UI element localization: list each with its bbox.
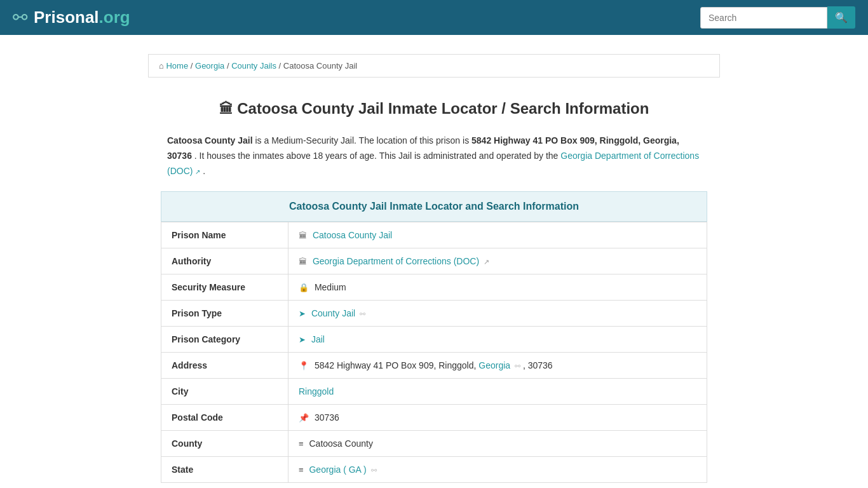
logo-text: Prisonal.org — [34, 8, 130, 27]
main-content: ⌂ Home / Georgia / County Jails / Catoos… — [148, 54, 720, 483]
breadcrumb: ⌂ Home / Georgia / County Jails / Catoos… — [148, 54, 720, 78]
table-value: ≡ Georgia ( GA ) ⚯ — [288, 457, 707, 483]
search-input[interactable] — [700, 7, 827, 29]
county-icon: ≡ — [299, 439, 304, 449]
prison-category-link[interactable]: Jail — [311, 334, 325, 344]
table-row: Prison Type ➤ County Jail ⚯ — [161, 301, 707, 327]
description: Catoosa County Jail is a Medium-Security… — [148, 124, 720, 191]
external-link-icon: ↗ — [195, 168, 200, 175]
table-label: Address — [161, 353, 288, 379]
description-jail-name: Catoosa County Jail — [167, 135, 253, 146]
prison-name-icon: 🏛 — [299, 231, 307, 240]
table-label: Prison Category — [161, 327, 288, 353]
breadcrumb-sep1: / — [191, 61, 195, 71]
security-icon: 🔒 — [299, 283, 309, 292]
table-row: City Ringgold — [161, 379, 707, 405]
search-icon: 🔍 — [835, 12, 848, 23]
description-text3: . — [203, 166, 205, 176]
logo-dot: . — [99, 8, 104, 27]
description-text2: . It houses the inmates above 18 years o… — [194, 151, 560, 161]
table-value: 🔒 Medium — [288, 274, 707, 301]
page-title: 🏛 Catoosa County Jail Inmate Locator / S… — [167, 100, 701, 118]
page-title-section: 🏛 Catoosa County Jail Inmate Locator / S… — [148, 87, 720, 124]
table-label: Authority — [161, 248, 288, 274]
postal-value: 30736 — [315, 412, 339, 423]
breadcrumb-county-jails[interactable]: County Jails — [231, 61, 276, 71]
address-text1: 5842 Highway 41 PO Box 909, Ringgold, — [315, 360, 478, 370]
breadcrumb-sep3: / — [279, 61, 283, 71]
table-row: State ≡ Georgia ( GA ) ⚯ — [161, 457, 707, 483]
table-value: ≡ Catoosa County — [288, 431, 707, 457]
table-row: Address 📍 5842 Highway 41 PO Box 909, Ri… — [161, 353, 707, 379]
table-row: Prison Name 🏛 Catoosa County Jail — [161, 222, 707, 248]
table-label: County — [161, 431, 288, 457]
table-value: ➤ Jail — [288, 327, 707, 353]
address-zip: , 30736 — [523, 360, 553, 370]
address-anchor-icon: ⚯ — [515, 362, 520, 370]
table-value: ➤ County Jail ⚯ — [288, 301, 707, 327]
breadcrumb-home[interactable]: Home — [166, 61, 188, 71]
logo-tld: org — [104, 8, 130, 27]
table-body: Prison Name 🏛 Catoosa County Jail Author… — [161, 222, 707, 483]
anchor-icon: ⚯ — [360, 310, 365, 318]
table-row: Security Measure 🔒 Medium — [161, 274, 707, 301]
search-area: 🔍 — [700, 6, 855, 29]
authority-icon: 🏛 — [299, 257, 307, 266]
outer-wrapper: ⌂ Home / Georgia / County Jails / Catoos… — [0, 35, 868, 488]
home-icon: ⌂ — [159, 61, 164, 71]
description-text1: is a Medium-Security Jail. The location … — [255, 135, 471, 146]
table-value: 📍 5842 Highway 41 PO Box 909, Ringgold, … — [288, 353, 707, 379]
postal-icon: 📌 — [299, 413, 309, 423]
table-value: 📌 30736 — [288, 405, 707, 431]
authority-link[interactable]: Georgia Department of Corrections (DOC) — [313, 256, 479, 266]
state-anchor-icon: ⚯ — [371, 466, 377, 474]
table-label: City — [161, 379, 288, 405]
security-value: Medium — [315, 282, 346, 292]
table-value: Ringgold — [288, 379, 707, 405]
info-header-box: Catoosa County Jail Inmate Locator and S… — [161, 191, 707, 222]
header: ⚯ Prisonal.org 🔍 — [0, 0, 868, 35]
county-value: Catoosa County — [309, 438, 372, 449]
logo-icon: ⚯ — [13, 7, 27, 28]
prison-category-icon: ➤ — [299, 335, 306, 344]
table-row: County ≡ Catoosa County — [161, 431, 707, 457]
logo-area: ⚯ Prisonal.org — [13, 7, 130, 28]
table-label: Postal Code — [161, 405, 288, 431]
breadcrumb-current: Catoosa County Jail — [283, 61, 357, 71]
table-label: Prison Type — [161, 301, 288, 327]
table-label: State — [161, 457, 288, 483]
table-value: 🏛 Georgia Department of Corrections (DOC… — [288, 248, 707, 274]
state-link[interactable]: Georgia ( GA ) — [309, 464, 366, 475]
table-row: Prison Category ➤ Jail — [161, 327, 707, 353]
prison-type-icon: ➤ — [299, 309, 306, 318]
city-link[interactable]: Ringgold — [299, 386, 334, 396]
table-row: Postal Code 📌 30736 — [161, 405, 707, 431]
state-icon: ≡ — [299, 465, 304, 475]
table-label: Prison Name — [161, 222, 288, 248]
table-value: 🏛 Catoosa County Jail — [288, 222, 707, 248]
info-table: Prison Name 🏛 Catoosa County Jail Author… — [161, 222, 707, 483]
prison-type-link[interactable]: County Jail — [311, 308, 355, 318]
breadcrumb-georgia[interactable]: Georgia — [195, 61, 224, 71]
table-label: Security Measure — [161, 274, 288, 301]
page-title-icon: 🏛 — [219, 101, 233, 117]
logo-name[interactable]: Prisonal — [34, 8, 99, 27]
address-icon: 📍 — [299, 361, 309, 370]
prison-name-link[interactable]: Catoosa County Jail — [313, 230, 392, 240]
table-row: Authority 🏛 Georgia Department of Correc… — [161, 248, 707, 274]
address-state-link[interactable]: Georgia — [478, 360, 510, 370]
external-link-icon: ↗ — [484, 258, 489, 266]
search-button[interactable]: 🔍 — [827, 6, 855, 29]
